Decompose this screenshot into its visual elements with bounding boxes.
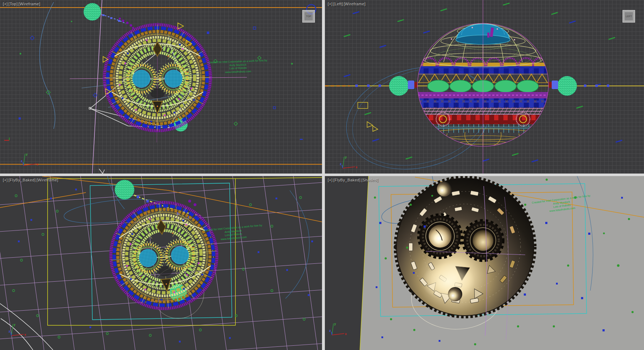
viewport-label: [+][Top][Wireframe]: [3, 2, 41, 6]
viewcube[interactable]: TOP: [302, 10, 315, 23]
viewport-menu-shading[interactable]: [Wireframe]: [19, 2, 40, 6]
viewport-menu-shading[interactable]: [Wireframe]: [344, 2, 366, 6]
viewport-label: [+][FlyBy_Baked][Wireframe]: [3, 178, 59, 182]
viewport-flyby-wireframe[interactable]: [+][FlyBy_Baked][Wireframe] Created for …: [0, 176, 322, 350]
viewport-menu-general[interactable]: [+]: [3, 2, 8, 6]
viewport-menu-pov[interactable]: [Left]: [333, 2, 343, 6]
viewport-label: [+][FlyBy_Baked][Shaded]: [328, 178, 379, 182]
viewport-top[interactable]: [+][Top][Wireframe] TOP Created for Inte…: [0, 0, 322, 174]
watermark-text: Created for Intel Corporation as a work …: [202, 59, 274, 75]
viewport-menu-general[interactable]: [+]: [328, 178, 333, 182]
viewcube[interactable]: LEFT: [623, 10, 635, 23]
green-sphere-top[interactable]: [84, 3, 101, 20]
quad-viewport-stage: y z x: [0, 0, 644, 350]
viewport-menu-general[interactable]: [+]: [328, 2, 333, 6]
shiny-sphere-bottom[interactable]: [448, 287, 462, 301]
viewport-menu-pov[interactable]: [FlyBy_Baked]: [333, 178, 361, 182]
viewport-menu-pov[interactable]: [Top]: [9, 2, 18, 6]
viewport-splitter-horizontal[interactable]: [0, 174, 644, 176]
shiny-sphere-top[interactable]: [437, 181, 452, 196]
green-sphere-top[interactable]: [115, 180, 134, 199]
viewport-menu-general[interactable]: [+]: [3, 178, 8, 182]
viewport-menu-pov[interactable]: [FlyBy_Baked]: [9, 178, 36, 182]
viewport-menu-shading[interactable]: [Wireframe]: [36, 178, 58, 182]
green-sphere-left[interactable]: [389, 76, 409, 96]
viewport-flyby-wireframe-canvas[interactable]: [0, 176, 322, 350]
viewport-left-canvas[interactable]: [325, 0, 644, 174]
viewport-flyby-shaded[interactable]: [+][FlyBy_Baked][Shaded] Created for Int…: [325, 176, 644, 350]
green-sphere-right[interactable]: [557, 76, 577, 96]
viewport-label: [+][Left][Wireframe]: [328, 2, 366, 6]
viewport-top-canvas[interactable]: [0, 0, 322, 174]
viewport-menu-shading[interactable]: [Shaded]: [361, 178, 378, 182]
viewport-left[interactable]: [+][Left][Wireframe] LEFT: [325, 0, 644, 174]
